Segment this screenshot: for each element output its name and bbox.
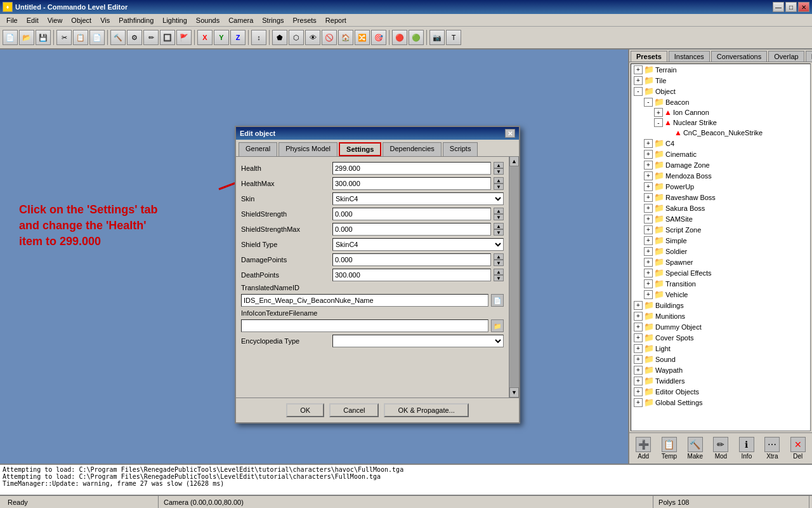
ssm-up[interactable]: ▲ <box>494 223 504 229</box>
tree-expand-icon[interactable]: + <box>634 377 643 385</box>
tree-item[interactable]: +📁Spawner <box>631 257 810 267</box>
health-down[interactable]: ▼ <box>494 168 504 175</box>
tree-item[interactable]: +📁Sakura Boss <box>631 203 810 213</box>
tree-expand-icon[interactable]: + <box>634 333 643 342</box>
panel-tab-presets[interactable]: Presets <box>631 51 667 62</box>
scroll-down-btn[interactable]: ▼ <box>509 387 519 398</box>
tree-expand-icon[interactable]: + <box>644 269 653 277</box>
tree-expand-icon[interactable]: + <box>644 139 653 148</box>
encyclopediatype-select[interactable] <box>332 335 504 347</box>
tree-expand-icon[interactable]: + <box>644 247 653 256</box>
toolbar-home[interactable]: 🏠 <box>338 30 353 45</box>
shieldstrength-input[interactable] <box>332 208 491 220</box>
cancel-button[interactable]: Cancel <box>329 403 379 417</box>
close-button[interactable]: ✕ <box>798 2 809 12</box>
tree-item[interactable]: +📁Cover Spots <box>631 332 810 343</box>
panel-tab-conversations[interactable]: Conversations <box>711 51 767 62</box>
tree-item[interactable]: +📁Raveshaw Boss <box>631 192 810 203</box>
dp-down[interactable]: ▼ <box>494 260 504 266</box>
toolbar-text[interactable]: T <box>446 30 461 45</box>
tree-expand-icon[interactable]: + <box>634 76 643 85</box>
menu-view[interactable]: View <box>44 15 67 25</box>
damagepoints-input[interactable] <box>332 253 491 266</box>
tree-item[interactable]: +📁Tile <box>631 75 810 86</box>
tree-item[interactable]: +📁Special Effects <box>631 267 810 278</box>
infoicon-input[interactable] <box>241 319 488 332</box>
tree-item[interactable]: +📁Sound <box>631 354 810 364</box>
tree-item[interactable]: -📁Object <box>631 86 810 97</box>
tree-expand-icon[interactable]: + <box>654 108 663 117</box>
toolbar-y[interactable]: Y <box>214 30 229 45</box>
toolbar-tool2[interactable]: ⚙ <box>127 30 142 45</box>
tree-expand-icon[interactable]: + <box>634 301 643 310</box>
tree-expand-icon[interactable]: + <box>634 366 643 375</box>
tree-item[interactable]: +📁C4 <box>631 138 810 149</box>
tree-item[interactable]: +📁Cinematic <box>631 149 810 159</box>
deathpoints-input[interactable] <box>332 269 491 281</box>
tree-expand-icon[interactable]: + <box>644 215 653 224</box>
menu-camera[interactable]: Camera <box>225 15 257 25</box>
tree-expand-icon[interactable]: + <box>644 258 653 267</box>
tree-item[interactable]: +📁Twiddlers <box>631 375 810 386</box>
xtra-button[interactable]: ⋯ Xtra <box>761 436 783 461</box>
mod-button[interactable]: ✏ Mod <box>709 436 732 461</box>
toolbar-target[interactable]: 🎯 <box>371 30 386 45</box>
tree-item[interactable]: +📁Soldier <box>631 246 810 257</box>
tree-item[interactable]: +▲Ion Cannon <box>631 107 810 117</box>
tree-expand-icon[interactable]: + <box>634 65 643 74</box>
health-up[interactable]: ▲ <box>494 162 504 168</box>
toolbar-x[interactable]: X <box>197 30 213 45</box>
panel-tab-instances[interactable]: Instances <box>669 51 710 62</box>
tree-item[interactable]: +📁Mendoza Boss <box>631 170 810 181</box>
menu-sounds[interactable]: Sounds <box>192 15 223 25</box>
tree-expand-icon[interactable]: + <box>644 290 653 299</box>
toolbar-eye[interactable]: 👁 <box>305 30 320 45</box>
tree-item[interactable]: +📁Waypath <box>631 364 810 375</box>
tree-expand-icon[interactable]: + <box>644 171 653 180</box>
dtp-up[interactable]: ▲ <box>494 269 504 275</box>
tree-expand-icon[interactable]: + <box>644 204 653 213</box>
tree-expand-icon[interactable]: - <box>644 98 653 107</box>
skin-select[interactable]: SkinC4 <box>332 192 504 205</box>
toolbar-camera[interactable]: 📷 <box>429 30 445 45</box>
temp-button[interactable]: 📋 Temp <box>658 436 681 461</box>
toolbar-shuffle[interactable]: 🔀 <box>355 30 370 45</box>
tree-expand-icon[interactable]: + <box>644 225 653 234</box>
tree-item[interactable]: +📁Editor Objects <box>631 386 810 397</box>
tree-item[interactable]: +📁Munitions <box>631 311 810 321</box>
healthmax-down[interactable]: ▼ <box>494 184 504 190</box>
ss-down[interactable]: ▼ <box>494 214 504 220</box>
panel-tab-overlap[interactable]: Overlap <box>768 51 804 62</box>
toolbar-save[interactable]: 💾 <box>36 30 51 45</box>
tree-item[interactable]: +📁Light <box>631 343 810 354</box>
tab-dependencies[interactable]: Dependencies <box>383 142 441 156</box>
healthmax-up[interactable]: ▲ <box>494 177 504 184</box>
panel-tab-heightfield[interactable]: Heightfield <box>806 51 812 62</box>
translatednameID-browse[interactable]: 📄 <box>491 294 504 307</box>
tree-item[interactable]: +📁Global Settings <box>631 397 810 408</box>
toolbar-no[interactable]: 🚫 <box>322 30 337 45</box>
tab-general[interactable]: General <box>239 142 277 156</box>
ok-button[interactable]: OK <box>286 403 324 417</box>
toolbar-red-circle[interactable]: 🔴 <box>392 30 407 45</box>
scroll-up-btn[interactable]: ▲ <box>509 156 519 166</box>
make-button[interactable]: 🔨 Make <box>684 436 707 461</box>
tree-item[interactable]: +📁Buildings <box>631 300 810 311</box>
dialog-close-button[interactable]: ✕ <box>505 129 515 138</box>
tree-item[interactable]: +📁Terrain <box>631 64 810 75</box>
ss-up[interactable]: ▲ <box>494 208 504 214</box>
toolbar-new[interactable]: 📄 <box>3 30 18 45</box>
dtp-down[interactable]: ▼ <box>494 275 504 281</box>
tree-item[interactable]: +📁Script Zone <box>631 224 810 235</box>
tree-expand-icon[interactable]: + <box>644 193 653 202</box>
tree-expand-icon[interactable]: + <box>634 323 643 331</box>
tree-item[interactable]: -📁Beacon <box>631 97 810 107</box>
menu-presets[interactable]: Presets <box>289 15 320 25</box>
tree-expand-icon[interactable]: - <box>654 118 663 127</box>
toolbar-obj2[interactable]: ⬡ <box>289 30 304 45</box>
tree-item[interactable]: +📁Dummy Object <box>631 321 810 332</box>
add-button[interactable]: ➕ Add <box>632 436 655 461</box>
toolbar-paste[interactable]: 📄 <box>89 30 105 45</box>
minimize-button[interactable]: — <box>773 2 784 12</box>
menu-lighting[interactable]: Lighting <box>159 15 191 25</box>
